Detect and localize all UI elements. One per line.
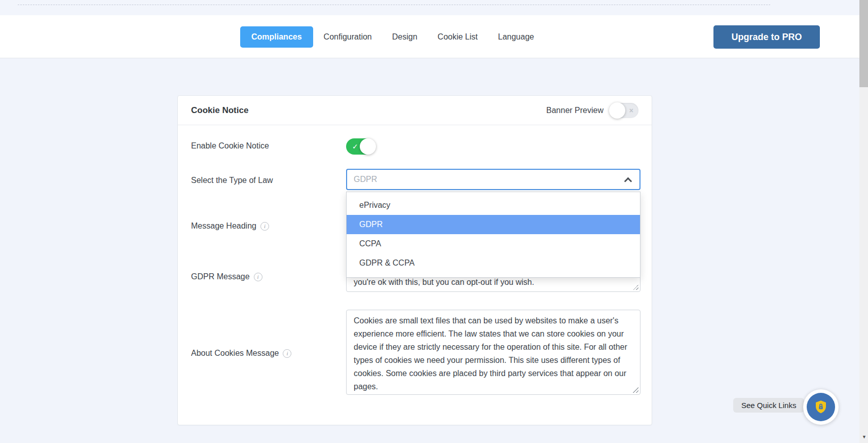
about-cookies-textarea[interactable]: Cookies are small text files that can be…	[346, 310, 640, 395]
card-header: Cookie Notice Banner Preview ×	[178, 96, 652, 125]
info-icon[interactable]: i	[283, 349, 291, 358]
about-cookies-label-text: About Cookies Message	[191, 349, 279, 358]
type-of-law-select[interactable]: GDPR	[346, 169, 640, 190]
message-heading-label-text: Message Heading	[191, 222, 256, 231]
card-title: Cookie Notice	[191, 105, 248, 116]
top-navbar: Compliances Configuration Design Cookie …	[0, 15, 859, 58]
gdpr-message-label: GDPR Message i	[191, 272, 262, 281]
message-heading-label: Message Heading i	[191, 222, 269, 231]
shield-lock-icon	[813, 399, 828, 415]
info-icon[interactable]: i	[260, 222, 269, 231]
tab-compliances[interactable]: Compliances	[240, 26, 313, 48]
law-option-gdpr[interactable]: GDPR	[347, 215, 640, 234]
scrollbar-thumb[interactable]	[859, 0, 868, 87]
about-cookies-label: About Cookies Message i	[191, 349, 291, 358]
type-of-law-label: Select the Type of Law	[191, 176, 273, 185]
toggle-check-icon: ✓	[352, 142, 358, 151]
see-quick-links-button[interactable]: See Quick Links	[733, 398, 804, 413]
tab-language[interactable]: Language	[498, 32, 534, 42]
top-strip	[0, 0, 859, 15]
scrollbar-track[interactable]: ▼	[859, 0, 868, 443]
chevron-up-icon	[624, 177, 632, 186]
about-cookies-text: Cookies are small text files that can be…	[354, 316, 627, 391]
resize-handle[interactable]	[633, 387, 638, 393]
cookie-notice-card: Cookie Notice Banner Preview × Enable Co…	[177, 95, 652, 425]
toggle-knob	[609, 102, 625, 119]
tab-cookie-list[interactable]: Cookie List	[438, 32, 478, 42]
resize-handle[interactable]	[633, 284, 638, 290]
enable-cookie-notice-toggle[interactable]: ✓	[346, 138, 374, 155]
top-divider-line	[18, 5, 770, 5]
tab-design[interactable]: Design	[392, 32, 418, 42]
fab-circle	[807, 393, 835, 421]
upgrade-to-pro-button[interactable]: Upgrade to PRO	[713, 25, 820, 49]
info-icon[interactable]: i	[254, 273, 262, 281]
type-of-law-value: GDPR	[354, 175, 377, 184]
law-option-gdpr-ccpa[interactable]: GDPR & CCPA	[347, 253, 640, 273]
gdpr-message-label-text: GDPR Message	[191, 272, 250, 281]
toggle-x-icon: ×	[629, 106, 633, 115]
quick-links-fab[interactable]	[803, 389, 839, 425]
gdpr-message-visible-text: you're ok with this, but you can opt-out…	[354, 278, 534, 287]
type-of-law-label-text: Select the Type of Law	[191, 176, 273, 185]
toggle-knob	[360, 138, 376, 155]
scrollbar-down-arrow-icon[interactable]: ▼	[862, 434, 866, 439]
banner-preview-toggle[interactable]: ×	[610, 103, 638, 118]
tab-configuration[interactable]: Configuration	[324, 32, 372, 42]
law-option-ccpa[interactable]: CCPA	[347, 234, 640, 253]
nav-tabs: Compliances Configuration Design Cookie …	[240, 15, 534, 58]
banner-preview-control: Banner Preview ×	[546, 103, 638, 118]
enable-cookie-notice-label-text: Enable Cookie Notice	[191, 141, 269, 151]
see-quick-links-label: See Quick Links	[741, 401, 796, 410]
law-dropdown-menu: ePrivacy GDPR CCPA GDPR & CCPA	[346, 192, 640, 278]
law-option-eprivacy[interactable]: ePrivacy	[347, 196, 640, 215]
enable-cookie-notice-label: Enable Cookie Notice	[191, 141, 269, 151]
banner-preview-label: Banner Preview	[546, 106, 603, 115]
